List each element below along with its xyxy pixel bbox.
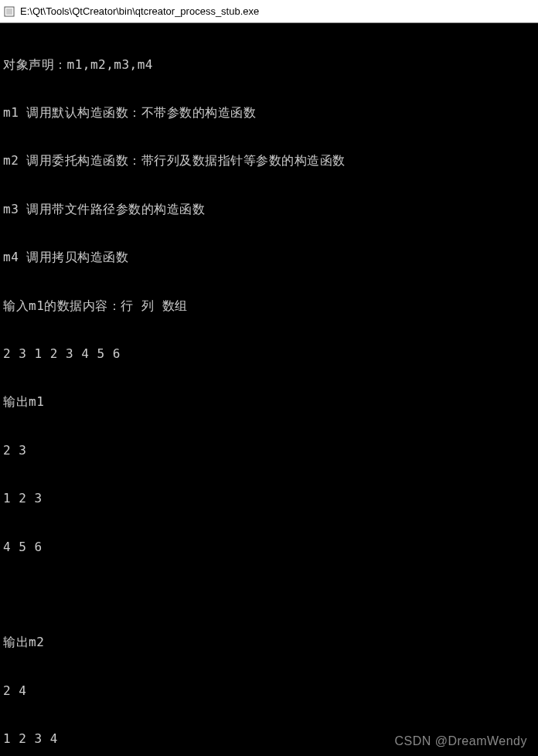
console-line: 1 2 3 [3,491,535,507]
console-line: 2 3 [3,443,535,459]
console-line: 输出m1 [3,394,535,410]
window-icon [3,5,15,18]
console-line: m4 调用拷贝构造函数 [3,250,535,266]
console-line: 对象声明：m1,m2,m3,m4 [3,57,535,73]
console-line: 4 5 6 [3,540,535,556]
watermark-text: CSDN @DreamWendy [394,734,527,748]
console-line: 2 4 [3,683,535,700]
console-line: m2 调用委托构造函数：带行列及数据指针等参数的构造函数 [3,153,535,169]
console-line: 2 3 1 2 3 4 5 6 [3,346,535,363]
window-title-bar: E:\Qt\Tools\QtCreator\bin\qtcreator_proc… [0,0,538,23]
console-line [3,587,535,603]
console-line: m1 调用默认构造函数：不带参数的构造函数 [3,105,535,121]
window-title: E:\Qt\Tools\QtCreator\bin\qtcreator_proc… [20,5,259,17]
console-output: 对象声明：m1,m2,m3,m4 m1 调用默认构造函数：不带参数的构造函数 m… [0,23,538,756]
svg-rect-1 [6,9,12,15]
console-line: m3 调用带文件路径参数的构造函数 [3,202,535,218]
console-line: 输出m2 [3,635,535,651]
console-line: 输入m1的数据内容：行 列 数组 [3,298,535,315]
